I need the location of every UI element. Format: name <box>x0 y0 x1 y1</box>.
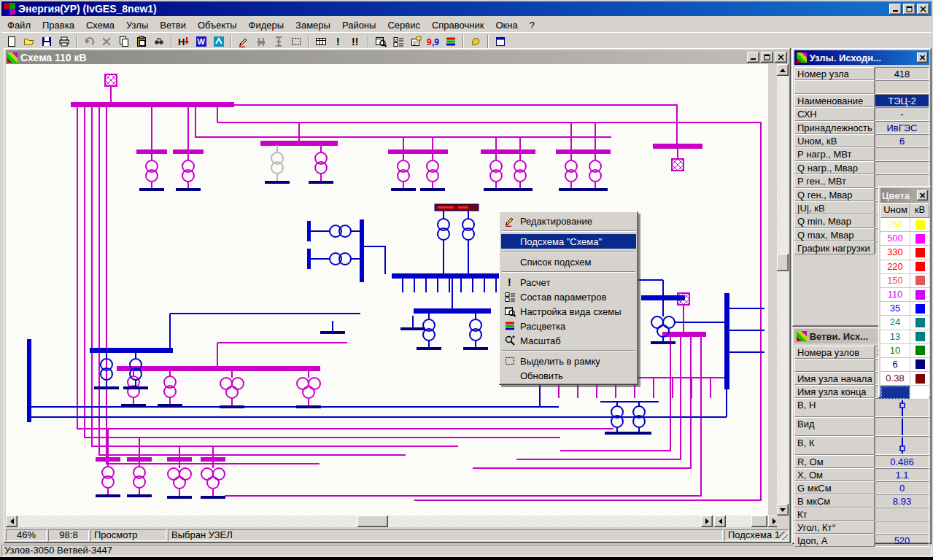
scheme-window-title-bar[interactable]: Схема 110 кВ <box>6 50 789 64</box>
undo-button[interactable] <box>80 34 98 50</box>
scroll-down-button[interactable] <box>777 504 789 516</box>
scroll-right-button[interactable] <box>701 516 713 527</box>
resize-grip[interactable] <box>779 532 788 540</box>
scheme-canvas[interactable] <box>6 64 768 516</box>
menu-reference[interactable]: Справочник <box>426 18 490 32</box>
colors-panel-close-icon[interactable]: ✕ <box>917 190 928 201</box>
scheme-maximize-button[interactable] <box>761 52 773 63</box>
context-item-subscheme-list[interactable]: Список подсхем <box>501 254 636 269</box>
voltage-row-selected[interactable] <box>880 386 929 400</box>
properties-button[interactable] <box>407 34 425 50</box>
colors-panel-title-bar[interactable]: Цвета ✕ <box>880 188 929 203</box>
voltage-row[interactable]: 330 <box>880 246 929 260</box>
context-item-calc[interactable]: ! Расчет <box>501 275 636 289</box>
view-settings-button[interactable] <box>372 34 390 50</box>
horizontal-scrollbar[interactable] <box>6 516 713 527</box>
paste-icon <box>136 36 147 47</box>
voltage-column-header[interactable]: Uном <box>880 203 910 218</box>
properties-icon <box>410 36 422 47</box>
menu-file[interactable]: Файл <box>1 18 36 32</box>
branch-end-symbol <box>897 438 907 455</box>
selected-node[interactable] <box>435 204 479 211</box>
pane-scroll-thumb[interactable] <box>751 516 767 527</box>
parameters-button[interactable] <box>390 34 407 50</box>
text-tool-button[interactable] <box>270 34 287 50</box>
new-button[interactable] <box>3 34 20 50</box>
menu-districts[interactable]: Районы <box>336 18 382 32</box>
scroll-up-button[interactable] <box>777 64 789 76</box>
voltage-row[interactable]: 35 <box>880 302 929 316</box>
menu-windows[interactable]: Окна <box>489 18 523 32</box>
export-arm-button[interactable] <box>210 34 228 50</box>
menu-scheme[interactable]: Схема <box>80 18 120 32</box>
context-item-coloring[interactable]: Расцветка <box>501 319 636 333</box>
context-item-subscheme[interactable]: Подсхема "Схема" <box>501 234 636 249</box>
menu-feeders[interactable]: Фидеры <box>243 18 290 32</box>
save-button[interactable] <box>38 34 55 50</box>
pencil-icon <box>504 215 516 227</box>
toolbar-separator <box>231 35 232 48</box>
context-item-zoom[interactable]: Масштаб <box>501 333 636 348</box>
print-button[interactable] <box>55 34 73 50</box>
voltage-row[interactable]: 13 <box>880 330 929 344</box>
copy-button[interactable] <box>115 34 133 50</box>
voltage-row[interactable]: 150 <box>880 274 929 288</box>
pane-scroll-left-button[interactable] <box>714 516 726 527</box>
calc-all-button[interactable]: !! <box>347 34 365 50</box>
horizontal-scroll-thumb[interactable] <box>357 516 388 527</box>
schematic-svg[interactable] <box>6 64 768 516</box>
voltage-row[interactable]: 10 <box>880 344 929 358</box>
context-item-edit[interactable]: Редактирование <box>501 214 636 228</box>
menu-help[interactable]: ? <box>524 18 541 32</box>
node-tool-button[interactable] <box>252 34 270 50</box>
window-layout-button[interactable] <box>492 34 509 50</box>
color-swatch <box>915 220 925 230</box>
calc-button[interactable]: ! <box>330 34 347 50</box>
context-item-refresh[interactable]: Обновить <box>501 368 636 383</box>
scheme-minimize-button[interactable] <box>747 52 759 63</box>
nodes-panel-close-icon[interactable]: ✕ <box>917 52 928 63</box>
menu-service[interactable]: Сервис <box>382 18 426 32</box>
close-button[interactable] <box>917 4 929 15</box>
voltage-row[interactable]: 110 <box>880 288 929 302</box>
maximize-button[interactable] <box>903 4 915 15</box>
scroll-left-button[interactable] <box>6 516 18 527</box>
context-item-view-settings[interactable]: Настройка вида схемы <box>501 304 636 319</box>
context-item-parameters[interactable]: Состав параметров <box>501 289 636 304</box>
minimize-button[interactable] <box>889 4 902 15</box>
pane-scrollbar[interactable] <box>714 516 780 527</box>
scheme-close-button[interactable] <box>775 52 787 63</box>
menu-nodes[interactable]: Узлы <box>120 18 154 32</box>
voltage-row[interactable]: 220 <box>880 260 929 274</box>
title-bar[interactable]: Энергия(УР) (IvGES_8new1) <box>1 1 932 16</box>
load-scheme-button[interactable]: Н <box>175 34 193 50</box>
menu-objects[interactable]: Объекты <box>192 18 243 32</box>
kv-column-header[interactable]: кВ <box>910 203 929 218</box>
voltage-row[interactable]: 750 <box>880 218 929 232</box>
context-item-select-frame[interactable]: Выделить в рамку <box>501 354 636 368</box>
voltage-row[interactable]: 0.38 <box>880 372 929 386</box>
export-word-button[interactable]: W <box>193 34 210 50</box>
select-frame-button[interactable] <box>287 34 305 50</box>
vertical-scroll-thumb[interactable] <box>777 254 789 271</box>
digits-precision-button[interactable]: 9,9 <box>425 34 442 50</box>
menu-edit[interactable]: Правка <box>36 18 80 32</box>
delete-button[interactable] <box>98 34 115 50</box>
vertical-scrollbar[interactable] <box>777 64 789 516</box>
objects-button[interactable] <box>467 34 484 50</box>
menu-separator <box>502 230 635 232</box>
table-button[interactable] <box>312 34 330 50</box>
menu-measurements[interactable]: Замеры <box>290 18 336 32</box>
color-swatch <box>915 374 925 384</box>
voltage-row[interactable]: 24 <box>880 316 929 330</box>
find-button[interactable] <box>150 34 168 50</box>
open-button[interactable] <box>20 34 38 50</box>
voltage-row[interactable]: 6 <box>880 358 929 372</box>
nodes-panel-title-bar[interactable]: Узлы. Исходн... ✕ <box>794 50 929 65</box>
edit-mode-button[interactable] <box>235 34 252 50</box>
paste-button[interactable] <box>133 34 150 50</box>
voltage-row[interactable]: 500 <box>880 232 929 246</box>
menu-branches[interactable]: Ветви <box>154 18 192 32</box>
coloring-button[interactable] <box>442 34 460 50</box>
scheme-window-title: Схема 110 кВ <box>20 52 87 63</box>
